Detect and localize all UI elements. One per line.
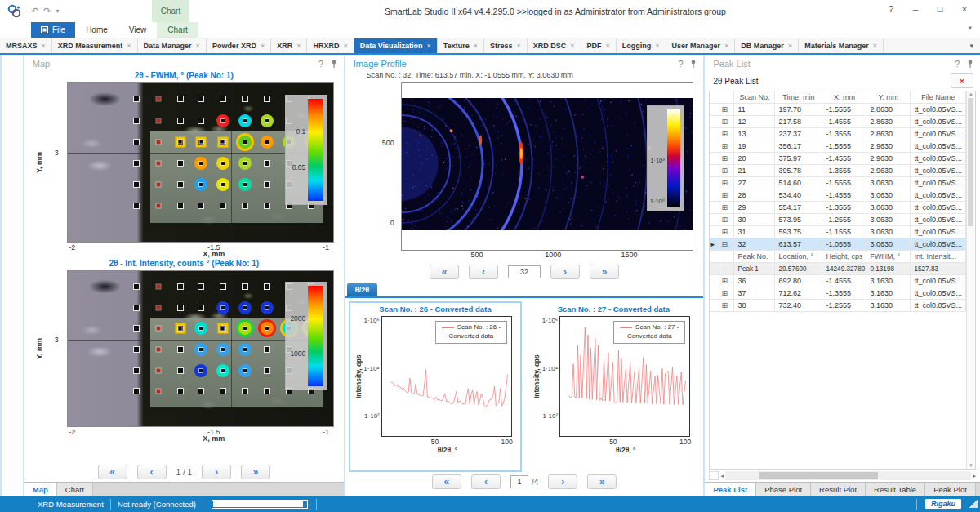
map-measure-point[interactable]	[243, 389, 247, 394]
map-selected-point[interactable]	[196, 136, 207, 147]
table-row[interactable]: ⊞31593.75-1.15553.0630tt_col0.05VS...	[710, 226, 966, 238]
doc-tab-hrxrd[interactable]: HRXRD×	[307, 38, 354, 53]
close-icon[interactable]: ×	[570, 42, 574, 50]
map-result-point[interactable]	[238, 364, 252, 377]
close-icon[interactable]: ×	[474, 42, 478, 50]
map-measure-point[interactable]	[198, 389, 203, 394]
close-icon[interactable]: ×	[127, 42, 131, 50]
map-result-point[interactable]	[194, 178, 207, 191]
map-measure-point[interactable]	[265, 96, 270, 101]
map-result-point[interactable]	[238, 114, 252, 127]
map-measure-point[interactable]	[220, 203, 225, 208]
doc-tab-overflow-icon[interactable]: ▾	[963, 38, 980, 53]
detector-image-plot[interactable]: 500 0 1·10³ 1·10⁰	[401, 82, 694, 251]
expand-icon[interactable]: ⊞	[719, 202, 734, 213]
map-measure-point[interactable]	[178, 118, 183, 123]
close-icon[interactable]: ×	[724, 42, 728, 50]
map-measure-point[interactable]	[220, 284, 225, 289]
table-row[interactable]: ⊞20375.97-1.45552.9630tt_col0.05VS...	[710, 153, 966, 165]
peak-table-horizontal-scrollbar[interactable]: ◂ ▸	[709, 470, 976, 481]
doc-tab-db-manager[interactable]: DB Manager×	[735, 38, 799, 53]
map-selected-point[interactable]	[217, 323, 228, 334]
expand-icon[interactable]: ⊞	[719, 226, 734, 238]
map-result-point[interactable]	[194, 322, 207, 335]
map-measure-point[interactable]	[156, 347, 160, 351]
minimize-button[interactable]: –	[903, 0, 928, 18]
map-measure-point[interactable]	[178, 182, 183, 187]
map-measure-point[interactable]	[220, 96, 225, 101]
close-icon[interactable]: ×	[343, 42, 347, 50]
map-measure-point[interactable]	[156, 285, 160, 289]
peak-table-vertical-scrollbar[interactable]: ▲ ▼	[966, 91, 975, 469]
map-measure-point[interactable]	[134, 161, 139, 166]
table-row[interactable]: ⊞30573.95-1.25553.0630tt_col0.05VS...	[710, 214, 966, 226]
map-measure-point[interactable]	[198, 96, 203, 101]
map-result-point[interactable]	[216, 114, 229, 127]
map-measure-point[interactable]	[156, 390, 160, 394]
collapsed-side-panel[interactable]	[0, 55, 24, 496]
map-result-point[interactable]	[238, 178, 252, 191]
doc-tab-powder-xrd[interactable]: Powder XRD×	[207, 38, 271, 53]
expand-icon[interactable]: ⊞	[719, 153, 734, 164]
map-measure-point[interactable]	[134, 118, 139, 123]
column-header-file-name[interactable]: File Name	[911, 91, 966, 103]
expand-icon[interactable]: ⊞	[719, 275, 734, 287]
doc-tab-materials-manager[interactable]: Materials Manager×	[799, 38, 884, 53]
table-row[interactable]: ⊞11197.78-1.55552.8630tt_col0.05VS...	[710, 104, 966, 116]
column-header-x[interactable]: X, mm	[822, 91, 866, 103]
detector-last-button[interactable]: »	[590, 265, 619, 279]
file-menu-button[interactable]: File	[31, 22, 75, 38]
expand-icon[interactable]: ⊞	[719, 165, 734, 176]
map-measure-point[interactable]	[178, 305, 183, 310]
map-result-point[interactable]	[194, 364, 207, 377]
close-icon[interactable]: ×	[196, 42, 200, 50]
map-measure-point[interactable]	[198, 118, 203, 123]
map-selected-point[interactable]	[217, 136, 228, 147]
map-measure-point[interactable]	[156, 368, 160, 372]
image-profile-pin-icon[interactable]	[690, 60, 697, 69]
detector-first-button[interactable]: «	[430, 265, 459, 279]
doc-tab-mrsaxs[interactable]: MRSAXS×	[0, 38, 52, 53]
map-measure-point[interactable]	[134, 284, 139, 289]
expand-icon[interactable]: ⊞	[719, 287, 734, 299]
doc-tab-data-visualization[interactable]: Data Visualization×	[354, 38, 438, 53]
charts-last-button[interactable]: »	[587, 474, 617, 489]
map-measure-point[interactable]	[156, 161, 160, 165]
map-measure-point[interactable]	[265, 284, 270, 289]
expand-icon[interactable]: ⊞	[719, 116, 734, 127]
tab-peak-list[interactable]: Peak List	[705, 483, 756, 496]
column-header-scan-no[interactable]: Scan No.	[734, 91, 775, 103]
close-icon[interactable]: ×	[873, 42, 877, 50]
close-icon[interactable]: ×	[606, 42, 610, 50]
qat-dropdown-icon[interactable]: ▾	[56, 7, 59, 15]
expand-icon[interactable]: ⊞	[719, 214, 734, 225]
map-result-point[interactable]	[261, 322, 274, 335]
map-next-page-button[interactable]: ›	[202, 465, 231, 479]
map-measure-point[interactable]	[134, 96, 139, 101]
table-row[interactable]: ⊞13237.37-1.35552.8630tt_col0.05VS...	[710, 128, 966, 140]
charts-prev-button[interactable]: ‹	[471, 474, 501, 489]
doc-tab-data-manager[interactable]: Data Manager×	[138, 38, 207, 53]
column-header-y[interactable]: Y, mm	[866, 91, 911, 103]
map-selected-point[interactable]	[175, 323, 185, 334]
peak-list-help-icon[interactable]: ?	[955, 60, 960, 69]
detector-prev-button[interactable]: ‹	[469, 265, 498, 279]
table-row[interactable]: ⊞29554.17-1.35553.0630tt_col0.05VS...	[710, 202, 966, 214]
map-measure-point[interactable]	[198, 284, 203, 289]
map-measure-point[interactable]	[178, 161, 183, 166]
detector-next-button[interactable]: ›	[550, 265, 580, 279]
expand-icon[interactable]: ⊞	[719, 300, 734, 311]
map-measure-point[interactable]	[265, 347, 270, 352]
tab-result-table[interactable]: Result Table	[866, 483, 925, 496]
map-measure-point[interactable]	[134, 347, 139, 352]
map-result-point[interactable]	[194, 343, 207, 356]
map-help-icon[interactable]: ?	[318, 60, 323, 69]
map-measure-point[interactable]	[134, 203, 139, 208]
map-measure-point[interactable]	[198, 305, 203, 310]
table-row[interactable]: ⊞37712.62-1.35553.1630tt_col0.05VS...	[710, 287, 966, 300]
map-result-point[interactable]	[238, 157, 252, 170]
horizontal-scroll-thumb[interactable]	[760, 472, 878, 479]
charts-page-input[interactable]: 1	[510, 475, 528, 488]
doc-tab-stress[interactable]: Stress×	[484, 38, 528, 53]
map-measure-point[interactable]	[134, 305, 139, 310]
